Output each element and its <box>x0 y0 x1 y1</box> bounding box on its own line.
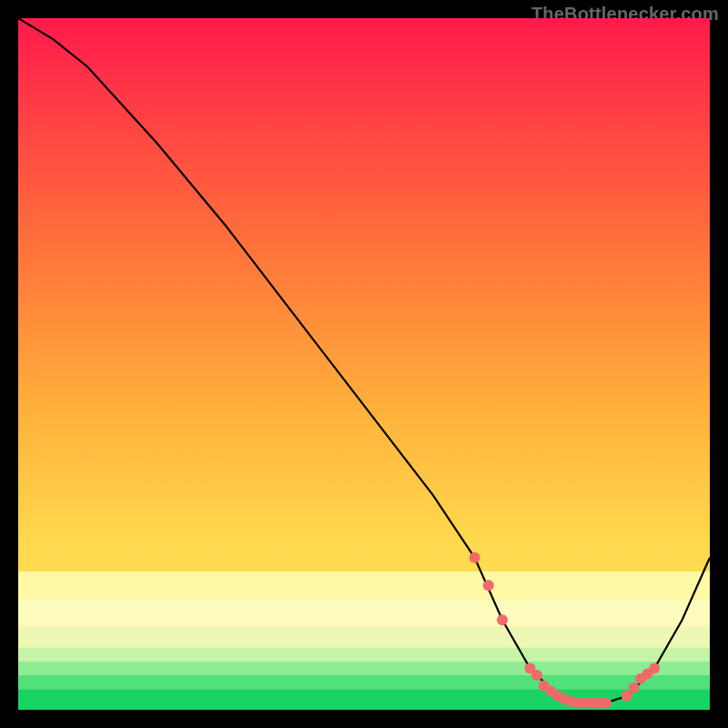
chart-frame: TheBottlenecker.com <box>0 0 728 728</box>
band <box>18 662 710 675</box>
marker-dot <box>628 682 639 693</box>
marker-dot <box>483 580 494 591</box>
band <box>18 675 710 689</box>
band <box>18 648 710 662</box>
band <box>18 571 710 599</box>
marker-dot <box>601 697 612 708</box>
marker-dot <box>470 552 480 563</box>
marker-dot <box>497 614 508 625</box>
band <box>18 599 710 626</box>
green-band-group <box>18 571 710 710</box>
marker-dot <box>649 662 660 673</box>
band <box>18 627 710 648</box>
marker-dot <box>531 670 542 681</box>
heat-curve-plot <box>18 18 710 710</box>
